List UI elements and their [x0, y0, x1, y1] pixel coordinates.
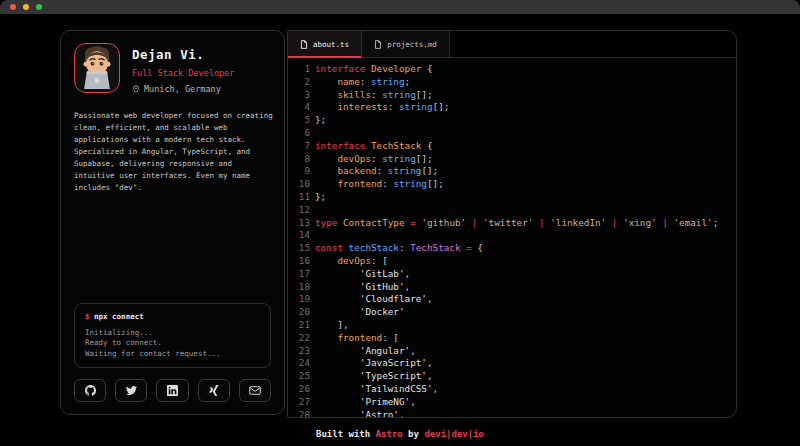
line-number: 16	[288, 255, 310, 268]
terminal-output-line: Ready to connect.	[85, 338, 260, 349]
linkedin-link-button[interactable]	[156, 379, 188, 402]
code-editor-panel: about.ts projects.md 1interface Develope…	[287, 30, 737, 418]
code-line: 21 ],	[288, 319, 736, 332]
code-line: 5};	[288, 114, 736, 127]
line-number: 22	[288, 332, 310, 345]
tab-label: about.ts	[313, 40, 349, 49]
profile-location-text: Munich, Germany	[144, 84, 221, 94]
code-line: 3 skills: string[];	[288, 89, 736, 102]
code-line: 24 'JavaScript',	[288, 357, 736, 370]
profile-name: Dejan Vi.	[132, 47, 234, 62]
file-icon	[300, 40, 308, 49]
code-area[interactable]: 1interface Developer {2 name: string;3 s…	[288, 58, 736, 417]
terminal-command: npx connect	[90, 312, 144, 321]
line-number: 12	[288, 204, 310, 217]
editor-tabbar: about.ts projects.md	[288, 31, 736, 58]
line-number: 24	[288, 357, 310, 370]
code-line: 26 'TailwindCSS',	[288, 383, 736, 396]
profile-card: Dejan Vi. Full Stack Developer Munich, G…	[60, 30, 285, 415]
brand-link[interactable]: devi|dev|io	[424, 429, 484, 439]
profile-identity: Dejan Vi. Full Stack Developer Munich, G…	[132, 43, 234, 94]
line-number: 27	[288, 396, 310, 409]
astro-link[interactable]: Astro	[376, 429, 403, 439]
code-line: 18 'GitHub',	[288, 281, 736, 294]
terminal-output-line: Waiting for contact request...	[85, 349, 260, 360]
line-number: 2	[288, 76, 310, 89]
app-window: Dejan Vi. Full Stack Developer Munich, G…	[0, 0, 800, 446]
code-line: 28 'Astro',	[288, 409, 736, 417]
code-line: 13type ContactType = 'github' | 'twitter…	[288, 217, 736, 230]
line-number: 1	[288, 63, 310, 76]
line-number: 9	[288, 165, 310, 178]
minimize-window-button[interactable]	[23, 4, 29, 10]
profile-header: Dejan Vi. Full Stack Developer Munich, G…	[74, 43, 271, 94]
close-window-button[interactable]	[10, 4, 16, 10]
linkedin-icon	[167, 385, 178, 396]
github-icon	[85, 385, 96, 396]
line-number: 21	[288, 319, 310, 332]
code-line: 1interface Developer {	[288, 63, 736, 76]
code-line: 7interface TechStack {	[288, 140, 736, 153]
twitter-icon	[126, 385, 137, 396]
xing-icon	[208, 385, 219, 396]
avatar	[74, 43, 120, 93]
line-number: 8	[288, 153, 310, 166]
tab-about-ts[interactable]: about.ts	[288, 31, 362, 57]
line-number: 15	[288, 242, 310, 255]
line-number: 4	[288, 101, 310, 114]
line-number: 13	[288, 217, 310, 230]
tab-projects-md[interactable]: projects.md	[362, 31, 450, 57]
email-icon	[249, 385, 261, 396]
line-number: 10	[288, 178, 310, 191]
terminal-widget: $ npx connect Initializing... Ready to c…	[74, 303, 271, 369]
twitter-link-button[interactable]	[115, 379, 147, 402]
page-footer: Built with Astro by devi|dev|io	[0, 429, 800, 439]
line-number: 14	[288, 229, 310, 242]
email-link-button[interactable]	[239, 379, 271, 402]
social-links	[74, 379, 271, 402]
profile-location: Munich, Germany	[132, 84, 234, 94]
line-number: 23	[288, 345, 310, 358]
code-line: 17 'GitLab',	[288, 268, 736, 281]
line-number: 7	[288, 140, 310, 153]
code-line: 8 devOps: string[];	[288, 153, 736, 166]
footer-text: by	[403, 429, 425, 439]
line-number: 18	[288, 281, 310, 294]
line-number: 25	[288, 370, 310, 383]
code-line: 10 frontend: string[];	[288, 178, 736, 191]
xing-link-button[interactable]	[198, 379, 230, 402]
code-line: 15const techStack: TechStack = {	[288, 242, 736, 255]
line-number: 3	[288, 89, 310, 102]
code-line: 20 'Docker'	[288, 306, 736, 319]
maximize-window-button[interactable]	[36, 4, 42, 10]
code-line: 14	[288, 229, 736, 242]
code-line: 27 'PrimeNG',	[288, 396, 736, 409]
line-number: 11	[288, 191, 310, 204]
profile-bio: Passionate web developer focused on crea…	[74, 110, 274, 194]
tab-label: projects.md	[387, 40, 437, 49]
line-number: 19	[288, 293, 310, 306]
code-line: 25 'TypeScript',	[288, 370, 736, 383]
github-link-button[interactable]	[74, 379, 106, 402]
code-line: 4 interests: string[];	[288, 101, 736, 114]
line-number: 17	[288, 268, 310, 281]
code-line: 23 'Angular',	[288, 345, 736, 358]
code-line: 12	[288, 204, 736, 217]
code-line: 19 'Cloudflare',	[288, 293, 736, 306]
terminal-command-line: $ npx connect	[85, 312, 260, 321]
window-titlebar	[0, 0, 800, 14]
code-line: 16 devOps: [	[288, 255, 736, 268]
memoji-avatar-graphic	[75, 44, 119, 92]
location-pin-icon	[132, 85, 140, 93]
code-line: 2 name: string;	[288, 76, 736, 89]
line-number: 6	[288, 127, 310, 140]
code-line: 9 backend: string[];	[288, 165, 736, 178]
file-icon	[374, 40, 382, 49]
profile-role: Full Stack Developer	[132, 68, 234, 78]
terminal-output-line: Initializing...	[85, 328, 260, 339]
line-number: 5	[288, 114, 310, 127]
code-line: 6	[288, 127, 736, 140]
line-number: 20	[288, 306, 310, 319]
code-line: 22 frontend: [	[288, 332, 736, 345]
code-line: 11};	[288, 191, 736, 204]
